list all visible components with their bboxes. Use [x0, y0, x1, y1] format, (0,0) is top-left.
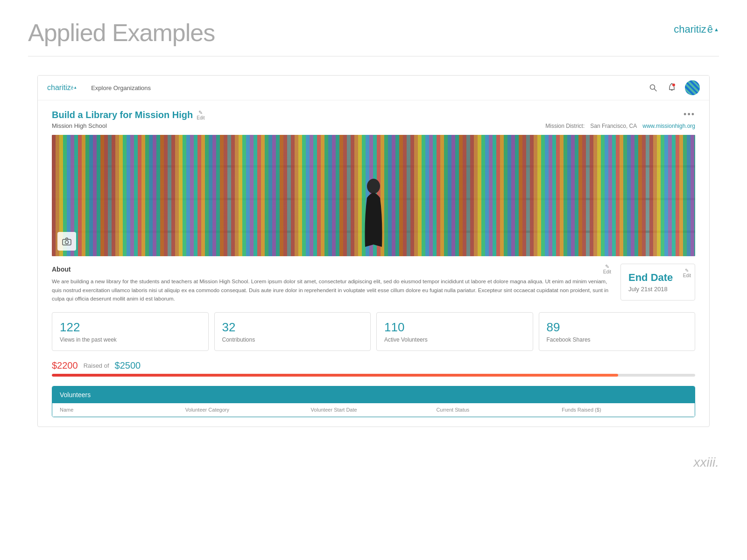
- stat-views-label: Views in the past week: [60, 336, 201, 343]
- end-date-section: ✎ Edit End Date July 21st 2018: [620, 264, 695, 303]
- page-title: Applied Examples: [28, 19, 215, 47]
- app-window: charitizê▲ Explore Organizations: [37, 75, 710, 427]
- campaign-more-button[interactable]: •••: [684, 110, 695, 119]
- amount-goal: $2500: [115, 360, 141, 371]
- user-avatar[interactable]: [685, 80, 700, 95]
- end-date-card: ✎ Edit End Date July 21st 2018: [620, 264, 695, 301]
- end-date-edit-button[interactable]: ✎ Edit: [683, 268, 691, 278]
- svg-point-4: [367, 179, 380, 194]
- fundraising-row: $2200 Raised of $2500: [52, 360, 695, 377]
- about-left: About ✎ Edit We are building a new libra…: [52, 264, 611, 303]
- volunteers-column-headers: Name Volunteer Category Volunteer Start …: [52, 403, 695, 417]
- nav-bar: charitizê▲ Explore Organizations: [38, 76, 709, 100]
- campaign-title-left: Build a Library for Mission High ✎ Edit: [52, 110, 204, 120]
- brand-name-outer: charitiz: [674, 23, 706, 35]
- campaign-organization: Mission High School: [52, 122, 107, 129]
- about-text: We are building a new library for the st…: [52, 277, 611, 303]
- end-date-edit-label: Edit: [683, 273, 691, 278]
- campaign-title-row: Build a Library for Mission High ✎ Edit …: [52, 110, 695, 120]
- stat-volunteers-number: 110: [384, 320, 525, 335]
- person-silhouette: [359, 172, 388, 256]
- campaign-content: Build a Library for Mission High ✎ Edit …: [38, 100, 709, 427]
- campaign-image: [52, 135, 695, 256]
- progress-bar-fill: [52, 374, 618, 377]
- campaign-location-row: Mission District: San Francisco, CA www.…: [545, 123, 695, 129]
- nav-logo-text: charitiz: [47, 84, 71, 92]
- stats-row: 122 Views in the past week 32 Contributi…: [52, 312, 695, 351]
- about-title-row: About ✎ Edit: [52, 264, 611, 274]
- stat-views-number: 122: [60, 320, 201, 335]
- nav-explore-link[interactable]: Explore Organizations: [91, 84, 151, 91]
- edit-label: Edit: [197, 115, 204, 120]
- about-edit-label: Edit: [603, 269, 611, 274]
- stat-views: 122 Views in the past week: [52, 312, 209, 351]
- notification-bell-icon[interactable]: [666, 82, 677, 93]
- fundraising-amounts: $2200 Raised of $2500: [52, 360, 695, 371]
- section-divider: [28, 56, 719, 56]
- progress-bar-container: [52, 374, 695, 377]
- page-header: Applied Examples charitizê▲: [0, 0, 747, 56]
- svg-rect-2: [671, 90, 673, 91]
- page-number: xxiii.: [694, 455, 719, 470]
- nav-brand[interactable]: charitizê▲: [47, 84, 77, 92]
- stat-facebook-number: 89: [547, 320, 688, 335]
- svg-point-3: [672, 84, 675, 86]
- stat-volunteers-label: Active Volunteers: [384, 336, 525, 343]
- col-header-funds: Funds Raised ($): [562, 407, 687, 413]
- stat-volunteers: 110 Active Volunteers: [376, 312, 533, 351]
- nav-icons: [648, 80, 700, 95]
- edit-icon: ✎: [198, 110, 203, 115]
- end-date-value: July 21st 2018: [628, 286, 687, 293]
- svg-point-6: [65, 241, 69, 244]
- avatar-image: [685, 80, 700, 95]
- campaign-subtitle-row: Mission High School Mission District: Sa…: [52, 122, 695, 129]
- stat-contributions-label: Contributions: [222, 336, 363, 343]
- amount-raised: $2200: [52, 360, 78, 371]
- col-header-start-date: Volunteer Start Date: [311, 407, 437, 413]
- stat-facebook-label: Facebook Shares: [547, 336, 688, 343]
- svg-line-1: [655, 89, 657, 91]
- stat-contributions-number: 32: [222, 320, 363, 335]
- about-edit-icon: ✎: [605, 264, 609, 269]
- search-icon[interactable]: [648, 82, 659, 93]
- campaign-title-edit-button[interactable]: ✎ Edit: [197, 110, 204, 120]
- about-edit-button[interactable]: ✎ Edit: [603, 264, 611, 274]
- col-header-category: Volunteer Category: [185, 407, 311, 413]
- stat-facebook: 89 Facebook Shares: [539, 312, 696, 351]
- campaign-title: Build a Library for Mission High: [52, 110, 193, 120]
- raised-of-label: Raised of: [84, 362, 109, 369]
- col-header-name: Name: [60, 407, 185, 413]
- outer-brand-logo: charitizê▲: [674, 19, 719, 35]
- stat-contributions: 32 Contributions: [214, 312, 371, 351]
- location-label: Mission District:: [545, 123, 585, 129]
- camera-upload-button[interactable]: [57, 232, 76, 251]
- location-value: San Francisco, CA: [590, 123, 637, 129]
- page-number-section: xxiii.: [0, 446, 747, 479]
- about-section: About ✎ Edit We are building a new libra…: [52, 264, 695, 303]
- end-date-edit-icon: ✎: [685, 268, 689, 273]
- brand-hat-outer: ê: [707, 23, 713, 35]
- end-date-label: End Date: [628, 272, 687, 284]
- volunteers-table-header: Volunteers: [52, 386, 695, 403]
- volunteers-section: Volunteers Name Volunteer Category Volun…: [52, 386, 695, 417]
- about-heading: About: [52, 266, 70, 273]
- campaign-website-link[interactable]: www.missionhigh.org: [642, 123, 695, 129]
- col-header-status: Current Status: [436, 407, 562, 413]
